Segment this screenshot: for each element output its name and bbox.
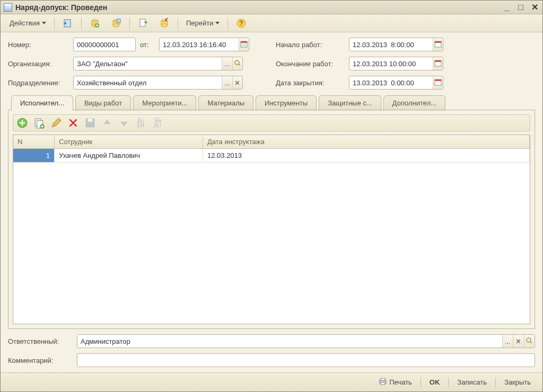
goto-label: Перейти: [186, 19, 214, 27]
table-row[interactable]: 1 Ухачев Андрей Павлович 12.03.2013: [13, 149, 530, 163]
search-button[interactable]: [524, 335, 535, 348]
close-date-field[interactable]: [349, 76, 443, 90]
tab-performers[interactable]: Исполнител...: [11, 95, 73, 111]
cell-date: 12.03.2013: [203, 149, 530, 162]
chevron-down-icon: [215, 22, 220, 24]
col-briefing-date[interactable]: Дата инструктажа: [203, 135, 530, 148]
col-employee[interactable]: Сотрудник: [55, 135, 203, 148]
from-input[interactable]: [160, 38, 239, 51]
org-input[interactable]: [74, 57, 222, 70]
main-toolbar: Действия Перейти ?: [1, 14, 542, 32]
table-body: 1 Ухачев Андрей Павлович 12.03.2013: [13, 149, 530, 324]
separator: [227, 17, 228, 29]
tab-protection[interactable]: Защитные с...: [319, 95, 381, 111]
svg-text:Я: Я: [137, 121, 142, 129]
start-input[interactable]: [349, 38, 433, 51]
tab-instruments[interactable]: Инструменты: [256, 95, 317, 111]
svg-text:А: А: [154, 121, 159, 129]
goto-menu[interactable]: Перейти: [181, 16, 225, 30]
select-button[interactable]: ...: [222, 76, 232, 89]
copy-row-button[interactable]: [33, 117, 45, 129]
print-button[interactable]: Печать: [373, 375, 417, 389]
toolbar-btn-refresh[interactable]: [58, 16, 78, 30]
separator: [54, 17, 55, 29]
col-number[interactable]: N: [13, 135, 55, 148]
svg-rect-29: [88, 119, 93, 122]
tab-work-types[interactable]: Виды работ: [75, 95, 131, 111]
calendar-button[interactable]: [433, 57, 443, 70]
toolbar-btn-3[interactable]: [133, 16, 153, 30]
toolbar-btn-2[interactable]: [106, 16, 126, 30]
save-button: [84, 117, 96, 129]
comment-input[interactable]: [77, 354, 535, 367]
ok-button[interactable]: OK: [424, 376, 445, 388]
calendar-button[interactable]: [239, 38, 249, 51]
close-button[interactable]: Закрыть: [499, 376, 536, 388]
separator: [421, 378, 421, 387]
calendar-button[interactable]: [433, 76, 443, 89]
tab-content: АЯ ЯА N Сотрудник Дата инструктажа 1 Уха…: [8, 110, 535, 329]
toolbar-btn-4[interactable]: [154, 16, 174, 30]
search-button[interactable]: [232, 57, 242, 70]
start-field[interactable]: [349, 38, 443, 51]
calendar-icon: [434, 40, 442, 49]
end-field[interactable]: [349, 57, 443, 70]
table-header: N Сотрудник Дата инструктажа: [13, 135, 530, 149]
cylinder-add-icon: [111, 18, 121, 29]
add-row-button[interactable]: [16, 117, 28, 129]
print-label: Печать: [389, 378, 412, 386]
dept-input[interactable]: [74, 76, 222, 89]
edit-row-button[interactable]: [50, 117, 62, 129]
org-label: Организация:: [8, 60, 69, 68]
comment-label: Комментарий:: [8, 357, 73, 364]
dept-label: Подразделение:: [8, 79, 69, 87]
close-button[interactable]: ✕: [530, 3, 539, 12]
select-button[interactable]: ...: [502, 335, 513, 348]
cell-employee: Ухачев Андрей Павлович: [55, 149, 203, 162]
calendar-icon: [434, 78, 442, 87]
number-label: Номер:: [8, 41, 69, 49]
svg-point-34: [527, 338, 531, 342]
tab-events[interactable]: Мероприяти...: [133, 95, 196, 111]
number-input[interactable]: [74, 38, 135, 51]
dept-field[interactable]: ... ✕: [73, 76, 243, 90]
end-input[interactable]: [349, 57, 433, 70]
tab-materials[interactable]: Материалы: [198, 95, 253, 111]
search-icon: [526, 337, 533, 346]
actions-label: Действия: [10, 19, 40, 27]
responsible-field[interactable]: ... ✕: [77, 334, 535, 348]
responsible-label: Ответственный:: [8, 337, 73, 345]
calendar-icon: [240, 40, 248, 49]
from-field[interactable]: [159, 38, 249, 51]
number-field[interactable]: [73, 38, 136, 51]
org-field[interactable]: ...: [73, 57, 243, 70]
comment-field[interactable]: [77, 353, 535, 367]
save-button[interactable]: Записать: [452, 376, 492, 388]
form-body: Номер: от: Организация: ...: [1, 32, 542, 372]
actions-menu[interactable]: Действия: [5, 16, 51, 30]
clear-button[interactable]: ✕: [232, 76, 242, 89]
maximize-button[interactable]: □: [516, 3, 526, 12]
from-label: от:: [140, 41, 155, 49]
separator: [495, 378, 496, 387]
tab-additional[interactable]: Дополнител...: [383, 95, 445, 111]
minimize-button[interactable]: _: [502, 3, 512, 12]
delete-row-button[interactable]: [67, 117, 79, 129]
tabs: Исполнител... Виды работ Мероприяти... М…: [8, 95, 535, 110]
window: Наряд-допуск: Проведен _ □ ✕ Действия Пе…: [0, 0, 543, 392]
svg-point-7: [113, 24, 119, 27]
cell-number: 1: [13, 149, 55, 162]
svg-rect-19: [435, 41, 441, 43]
svg-point-17: [235, 60, 239, 65]
clear-button[interactable]: ✕: [513, 335, 523, 348]
move-up-button: [101, 117, 113, 129]
close-date-input[interactable]: [349, 76, 433, 89]
select-button[interactable]: ...: [222, 57, 232, 70]
responsible-input[interactable]: [77, 335, 502, 348]
calendar-button[interactable]: [433, 38, 443, 51]
toolbar-btn-1[interactable]: [85, 16, 105, 30]
separator: [129, 17, 130, 29]
close-date-label: Дата закрытия:: [276, 79, 345, 87]
help-button[interactable]: ?: [231, 16, 251, 30]
help-icon: ?: [236, 18, 247, 29]
